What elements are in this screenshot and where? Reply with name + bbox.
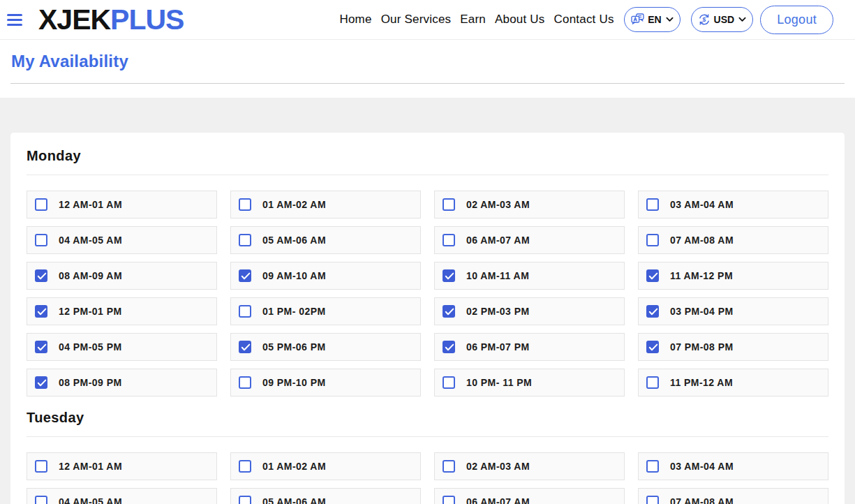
svg-text:$: $ — [702, 16, 706, 23]
